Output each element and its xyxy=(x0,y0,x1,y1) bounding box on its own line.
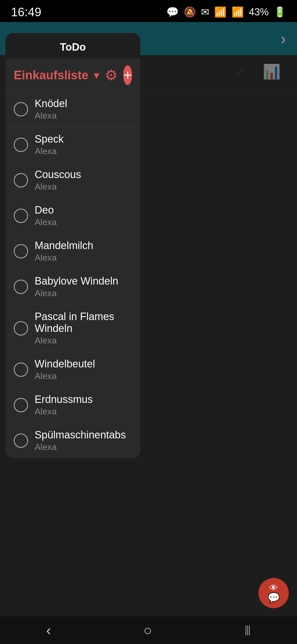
item-name: Babylove Windeln xyxy=(35,275,118,287)
todo-list-item[interactable]: Spülmaschinentabs Alexa xyxy=(6,423,140,458)
item-name: Erdnussmus xyxy=(35,394,93,405)
item-checkbox[interactable] xyxy=(14,102,28,116)
fab-chat-button[interactable]: 👁 💬 xyxy=(258,578,289,608)
item-checkbox[interactable] xyxy=(14,280,28,294)
todo-card: ToDo Einkaufsliste ▾ ⚙ + Knödel Alexa Sp… xyxy=(6,33,140,458)
item-assignee: Alexa xyxy=(35,288,118,298)
item-assignee: Alexa xyxy=(35,442,126,452)
todo-list-item[interactable]: Couscous Alexa xyxy=(6,163,140,198)
item-assignee: Alexa xyxy=(35,217,57,227)
chevron-down-icon[interactable]: ▾ xyxy=(94,69,99,81)
todo-header: Einkaufsliste ▾ ⚙ + xyxy=(6,59,140,92)
notification-icon: 🔕 xyxy=(184,6,196,18)
todo-list-item[interactable]: Babylove Windeln Alexa xyxy=(6,269,140,305)
item-assignee: Alexa xyxy=(35,253,93,263)
item-assignee: Alexa xyxy=(35,371,95,381)
battery-indicator: 43% xyxy=(249,6,269,18)
plus-icon: + xyxy=(123,68,132,82)
recents-button[interactable]: ⫴ xyxy=(239,616,256,644)
battery-icon: 🔋 xyxy=(274,6,286,18)
item-checkbox[interactable] xyxy=(14,398,28,412)
item-assignee: Alexa xyxy=(35,111,67,121)
status-bar: 16:49 💬 🔕 ✉ 📶 📶 43% 🔋 xyxy=(0,0,297,22)
todo-list-item[interactable]: Knödel Alexa xyxy=(6,92,140,127)
todo-list-item[interactable]: Pascal in Flames Windeln Alexa xyxy=(6,305,140,352)
list-name[interactable]: Einkaufsliste xyxy=(14,68,88,82)
item-checkbox[interactable] xyxy=(14,244,28,258)
gear-icon: ⚙ xyxy=(105,67,118,83)
item-name: Mandelmilch xyxy=(35,240,93,252)
eye-icon: 👁 xyxy=(269,583,278,592)
todo-card-title: ToDo xyxy=(6,33,140,59)
status-icons: 💬 🔕 ✉ 📶 📶 43% 🔋 xyxy=(166,6,286,18)
todo-list-item[interactable]: Speck Alexa xyxy=(6,127,140,163)
email-icon: ✉ xyxy=(201,6,209,18)
item-checkbox[interactable] xyxy=(14,209,28,223)
settings-button[interactable]: ⚙ xyxy=(105,65,118,85)
item-assignee: Alexa xyxy=(35,182,81,192)
item-name: Spülmaschinentabs xyxy=(35,429,126,441)
item-name: Knödel xyxy=(35,98,67,110)
whatsapp-icon: 💬 xyxy=(166,6,179,18)
recents-icon: ⫴ xyxy=(244,622,251,639)
wifi-icon: 📶 xyxy=(214,6,227,18)
status-time: 16:49 xyxy=(11,5,41,19)
item-checkbox[interactable] xyxy=(14,433,28,448)
item-name: Windelbeutel xyxy=(35,358,95,370)
item-assignee: Alexa xyxy=(35,146,64,156)
back-icon: ‹ xyxy=(46,622,51,638)
item-name: Pascal in Flames Windeln xyxy=(35,311,132,334)
todo-list-item[interactable]: Erdnussmus Alexa xyxy=(6,388,140,423)
todo-list-item[interactable]: Mandelmilch Alexa xyxy=(6,234,140,269)
todo-list-item[interactable]: Deo Alexa xyxy=(6,198,140,234)
item-name: Couscous xyxy=(35,169,81,181)
add-item-button[interactable]: + xyxy=(123,65,132,85)
home-icon: ○ xyxy=(143,622,152,638)
item-name: Deo xyxy=(35,204,57,216)
item-checkbox[interactable] xyxy=(14,362,28,377)
item-assignee: Alexa xyxy=(35,335,132,346)
todo-list-item[interactable]: Windelbeutel Alexa xyxy=(6,352,140,388)
chat-icon: 💬 xyxy=(268,593,280,603)
signal-icon: 📶 xyxy=(232,6,244,18)
item-assignee: Alexa xyxy=(35,406,93,417)
nav-bar: ‹ ○ ⫴ xyxy=(0,616,297,644)
item-checkbox[interactable] xyxy=(14,138,28,152)
todo-list: Knödel Alexa Speck Alexa Couscous Alexa … xyxy=(6,92,140,458)
home-button[interactable]: ○ xyxy=(138,616,157,644)
item-name: Speck xyxy=(35,133,64,145)
item-checkbox[interactable] xyxy=(14,173,28,187)
item-checkbox[interactable] xyxy=(14,321,28,335)
back-button[interactable]: ‹ xyxy=(41,616,56,644)
